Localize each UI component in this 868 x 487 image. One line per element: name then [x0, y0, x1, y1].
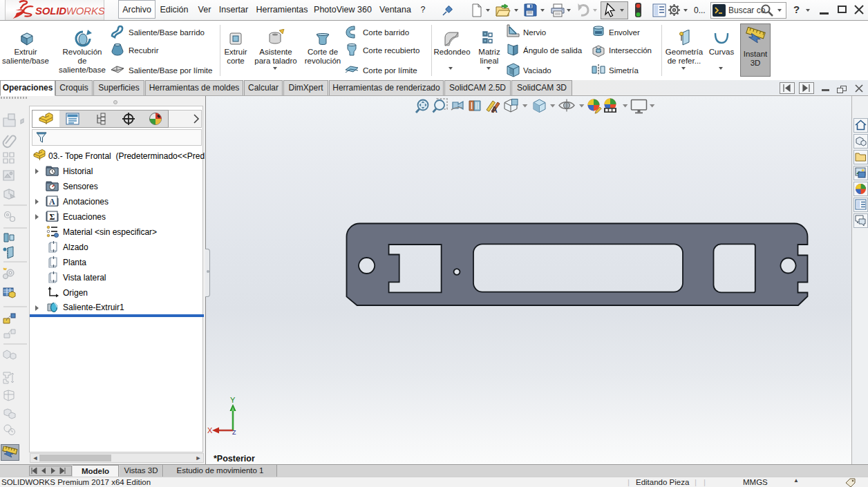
svg-text:Z: Z: [232, 429, 236, 435]
svg-text:Y: Y: [230, 396, 236, 404]
svg-text:X: X: [207, 426, 213, 435]
svg-text:A: A: [49, 197, 55, 207]
svg-text:A: A: [491, 105, 498, 115]
svg-text:Σ: Σ: [50, 212, 55, 222]
svg-text:SOLIDWORKS: SOLIDWORKS: [35, 5, 105, 17]
